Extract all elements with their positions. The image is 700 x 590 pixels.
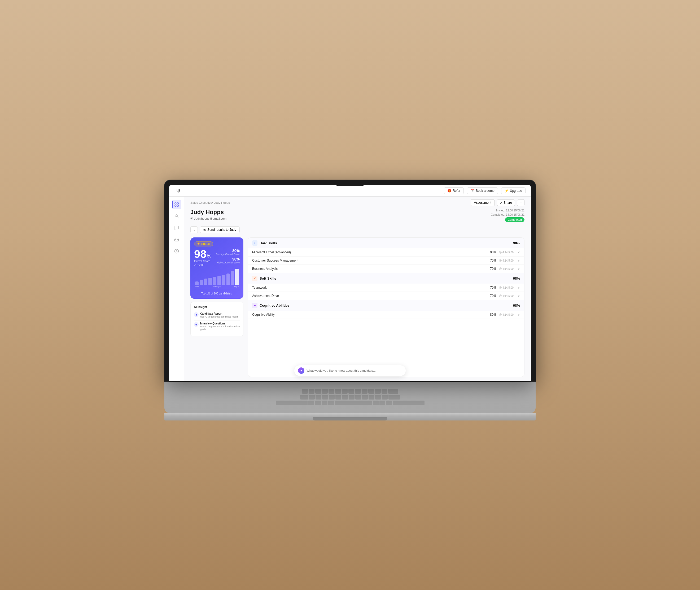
topbar-actions: 🎁 Refer 📅 Book a demo ⚡ Upgrade [444,187,526,194]
ai-report-icon: ◆ [194,312,199,317]
skill-excel-score: 96% [488,251,496,254]
ai-item-report[interactable]: ◆ Candidate Report Use AI to generate ca… [194,311,240,320]
candidate-info: Judy Hopps ✉ Judy.hopps@gmail.com [191,209,226,220]
score-time: ⏱ 22:05 [194,264,211,267]
skill-csm-time: 4:14/5:00 [499,259,515,262]
skill-teamwork-chevron[interactable]: ∨ [517,286,520,289]
avg-label: Average Overall Score [216,253,240,256]
breadcrumb-bar: Sales Executive/ Judy Hopps Assessment ↗… [184,197,531,208]
download-button[interactable]: ↓ [191,226,198,233]
key [368,389,374,394]
skill-cognitive-chevron[interactable]: ∨ [517,313,520,316]
skill-achievement-name: Achievement Drive [252,294,488,298]
skill-category-soft-header[interactable]: ✓ Soft Skills 98% [248,273,524,284]
skill-achievement-chevron[interactable]: ∨ [517,294,520,298]
key [393,401,425,405]
laptop-notch [334,180,366,186]
ai-report-title: Candidate Report [200,312,238,315]
ai-interview-icon: ◆ [194,322,199,327]
key [302,389,308,394]
app-topbar: ψ 🎁 Refer 📅 Book a demo ⚡ Upgrade [169,185,531,197]
book-demo-button[interactable]: 📅 Book a demo [467,187,498,194]
completed-label: Completed: 14:00 15/06/21 [491,213,524,216]
skill-category-cognitive-header[interactable]: ✦ Cognitive Abilities 98% [248,300,524,311]
key [342,389,348,394]
skill-csm-right: 70% 4:14/5:00 ∨ [488,259,520,262]
svg-rect-1 [177,203,178,204]
breadcrumb-actions: Assessment ↗ Share ··· [471,199,524,206]
status-badge: Completed [505,217,524,222]
skill-category-soft: ✓ Soft Skills 98% Teamwork 70% [248,273,524,300]
skill-ba-chevron[interactable]: ∨ [517,267,520,271]
candidate-count: Top 1% of 100 candidates. [194,290,240,295]
bar-7 [222,275,225,285]
sidebar-item-history[interactable] [172,247,182,256]
soft-skills-icon: ✓ [252,276,257,281]
ai-chat-bar: ✦ [294,365,406,376]
overall-score: 98 [194,249,207,260]
key [355,395,361,400]
ai-chat-input[interactable] [307,369,402,372]
skill-category-hard-header[interactable]: i Hard skills 98% [248,238,524,248]
skill-row-teamwork: Teamwork 70% 4:14/5:00 ∨ [248,284,524,292]
share-label: Share [503,201,512,205]
skill-teamwork-right: 70% 4:14/5:00 ∨ [488,286,520,289]
share-button[interactable]: ↗ Share [497,199,515,206]
candidate-name: Judy Hopps [191,209,226,216]
key [342,395,348,400]
key [308,401,314,405]
more-button[interactable]: ··· [517,199,524,206]
upgrade-button[interactable]: ⚡ Upgrade [501,187,526,194]
bar-10 [235,269,239,285]
keyboard-area [164,381,536,413]
sidebar-item-candidates[interactable] [172,211,182,221]
key [382,395,388,400]
ai-item-text-report: Candidate Report Use AI to generate cand… [200,312,238,319]
skill-row-cognitive: Cognitive Ability 80% 4:14/5:00 ∨ [248,311,524,319]
key [300,395,308,400]
ai-insight-card: AI Insight ◆ Candidate Report Use AI to … [191,302,243,336]
book-demo-label: Book a demo [476,189,494,193]
skill-ba-score: 70% [488,267,496,271]
skill-csm-name: Customer Success Management [252,259,488,262]
hard-skills-name: Hard skills [260,241,277,245]
cognitive-skills-icon: ✦ [252,303,257,308]
hard-skills-icon: i [252,240,257,245]
skill-csm-chevron[interactable]: ∨ [517,259,520,262]
svg-rect-2 [175,205,176,206]
ai-item-interview[interactable]: ◆ Interview Questions Use AI to generate… [194,320,240,333]
bar-4 [208,278,212,285]
main-content: Sales Executive/ Judy Hopps Assessment ↗… [184,197,531,381]
send-results-button[interactable]: ✉ Send results to Judy [200,226,240,233]
hard-skills-score: 98% [513,241,520,245]
sidebar-item-inbox[interactable] [172,235,182,244]
upgrade-label: Upgrade [510,189,522,193]
skill-excel-chevron[interactable]: ∨ [517,251,520,254]
chart-label-low: Low [195,285,199,288]
key [379,401,385,405]
skill-ba-right: 70% 4:14/5:00 ∨ [488,267,520,271]
score-percent: % [207,254,211,259]
key [388,395,400,400]
assessment-button[interactable]: Assessment [471,199,495,206]
screen-bezel: ψ 🎁 Refer 📅 Book a demo ⚡ Upgrade [164,180,536,381]
bar-3 [204,279,208,285]
key [355,389,361,394]
skill-cognitive-score: 80% [488,313,496,316]
skill-category-cognitive: ✦ Cognitive Abilities 98% Cognitive Abil… [248,300,524,319]
skill-achievement-time: 4:14/5:00 [499,294,515,297]
cognitive-skills-name: Cognitive Abilities [260,303,289,307]
sidebar-active-indicator [172,201,172,208]
skill-ba-name: Business Analysis [252,267,488,271]
ai-insight-title: AI Insight [194,305,240,308]
sidebar-item-messages[interactable] [172,223,182,233]
chart-labels: Low Average High [194,285,240,288]
ai-interview-title: Interview Questions [200,322,240,325]
laptop-base [164,413,536,420]
key [381,389,387,394]
keyboard-row-2 [300,395,400,400]
soft-skills-score: 98% [513,276,520,280]
sidebar-item-dashboard[interactable] [172,200,182,209]
candidate-email: ✉ Judy.hopps@gmail.com [191,217,226,220]
refer-button[interactable]: 🎁 Refer [444,187,464,194]
